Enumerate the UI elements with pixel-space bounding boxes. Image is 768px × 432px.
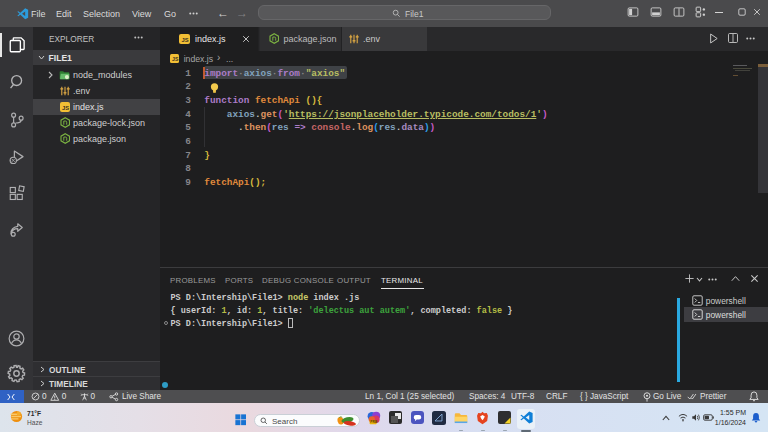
svg-text:PRB: PRB	[370, 420, 378, 424]
